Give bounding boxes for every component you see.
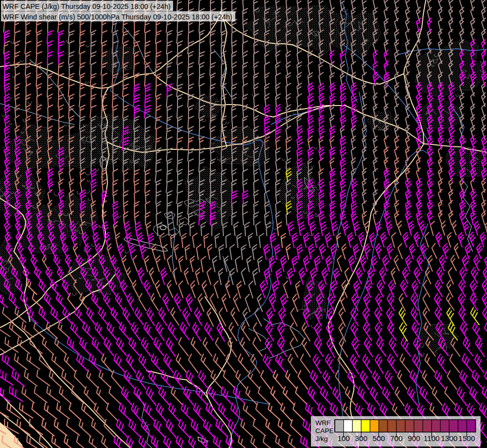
svg-text:1100: 1100 <box>423 434 439 443</box>
svg-text:J/kg: J/kg <box>315 435 328 443</box>
svg-text:500: 500 <box>373 434 385 443</box>
svg-text:100: 100 <box>337 434 350 443</box>
svg-text:1300: 1300 <box>441 434 457 443</box>
svg-text:1500: 1500 <box>459 434 475 443</box>
svg-text:CAPE: CAPE <box>315 427 334 435</box>
svg-text:300: 300 <box>355 434 368 443</box>
svg-text:700: 700 <box>390 434 402 443</box>
svg-text:WRF Wind shear (m/s) 500/1000h: WRF Wind shear (m/s) 500/1000hPa Thursda… <box>2 12 232 21</box>
svg-text:WRF CAPE (J/kg) Thursday 09-10: WRF CAPE (J/kg) Thursday 09-10-2025 18:0… <box>2 2 171 10</box>
svg-text:900: 900 <box>408 434 420 443</box>
svg-text:WRF: WRF <box>315 419 331 427</box>
